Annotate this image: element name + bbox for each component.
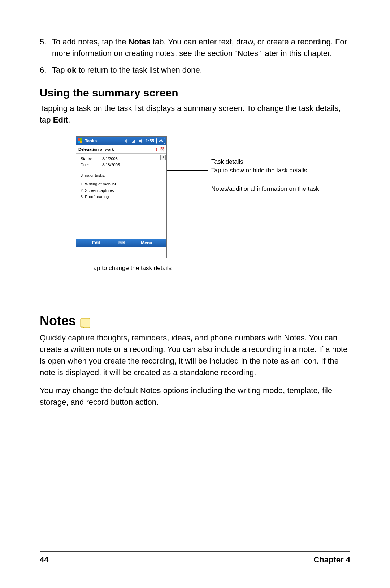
task-dates-panel: Starts: 8/1/2005 Due: 8/18/2005 <box>76 154 166 170</box>
bold-text: Notes <box>129 37 151 46</box>
callout-notes-info: Notes/additional information on the task <box>211 185 319 193</box>
svg-rect-2 <box>78 141 80 143</box>
text: To add notes, tap the <box>52 37 129 46</box>
app-title: Tasks <box>85 138 97 143</box>
phone-screenshot: Tasks 1:55 ok Delegation of work ! ⏰ <box>76 136 167 258</box>
starts-value: 8/1/2005 <box>102 156 118 162</box>
details-toggle-button[interactable]: ∧ <box>160 155 166 160</box>
step-6: 6. Tap ok to return to the task list whe… <box>40 64 350 76</box>
priority-bang-icon: ! <box>154 147 159 152</box>
footer-rule <box>40 551 350 552</box>
svg-rect-1 <box>80 138 82 141</box>
callout-line <box>94 257 94 264</box>
notes-line: 2. Screen captures <box>81 188 164 194</box>
phone-titlebar: Tasks 1:55 ok <box>76 137 166 145</box>
signal-icon <box>131 138 136 143</box>
callout-task-details: Task details <box>211 158 243 166</box>
notes-app-icon <box>79 317 91 329</box>
caption-edit: Tap to change the task details <box>90 265 172 272</box>
page-number: 44 <box>40 555 48 565</box>
bold-text: ok <box>67 65 77 74</box>
notes-line: 3. Proof reading <box>81 194 164 200</box>
text: to return to the task list when done. <box>76 65 202 74</box>
reminder-clock-icon: ⏰ <box>160 147 164 152</box>
callout-line <box>130 189 208 189</box>
step-number: 6. <box>40 64 52 76</box>
step-5: 5. To add notes, tap the Notes tab. You … <box>40 36 350 59</box>
chapter-label: Chapter 4 <box>314 555 350 565</box>
notes-heading: 3 major tasks: <box>81 172 164 179</box>
windows-flag-icon <box>78 138 83 143</box>
keyboard-icon[interactable]: ⌨ <box>116 240 127 245</box>
callout-line <box>167 170 208 171</box>
phone-figure: Tasks 1:55 ok Delegation of work ! ⏰ <box>76 136 350 288</box>
starts-label: Starts: <box>81 156 102 162</box>
callout-line <box>137 162 208 162</box>
notes-heading-text: Notes <box>40 313 76 329</box>
summary-intro: Tapping a task on the task list displays… <box>40 103 350 126</box>
speaker-icon <box>138 138 143 143</box>
text: Tapping a task on the task list displays… <box>40 104 341 124</box>
page: 5. To add notes, tap the Notes tab. You … <box>0 0 390 588</box>
heading-summary-screen: Using the summary screen <box>40 87 350 99</box>
notes-paragraph-1: Quickly capture thoughts, reminders, ide… <box>40 332 350 378</box>
due-label: Due: <box>81 162 102 168</box>
svg-rect-3 <box>80 141 82 143</box>
notes-line: 1. Writing of manual <box>81 181 164 188</box>
text: . <box>68 115 70 124</box>
callout-show-hide: Tap to show or hide the task details <box>211 167 307 174</box>
phone-softkey-bar: Edit ⌨ Menu <box>76 239 166 247</box>
priority-icons: ! ⏰ <box>154 147 164 152</box>
due-value: 8/18/2005 <box>102 162 120 168</box>
clock-time: 1:55 <box>146 138 154 143</box>
bluetooth-icon <box>124 138 129 143</box>
menu-button[interactable]: Menu <box>127 240 166 245</box>
svg-rect-0 <box>78 138 80 141</box>
bold-text: Edit <box>53 115 68 124</box>
page-footer: 44 Chapter 4 <box>40 555 350 565</box>
step-text: To add notes, tap the Notes tab. You can… <box>52 36 350 59</box>
text: Tap <box>52 65 67 74</box>
step-text: Tap ok to return to the task list when d… <box>52 64 350 76</box>
task-subject: Delegation of work <box>78 147 114 151</box>
ok-button[interactable]: ok <box>156 138 165 144</box>
task-notes-panel: 3 major tasks: 1. Writing of manual 2. S… <box>76 170 166 239</box>
notes-paragraph-2: You may change the default Notes options… <box>40 385 350 408</box>
step-list: 5. To add notes, tap the Notes tab. You … <box>40 36 350 76</box>
heading-notes: Notes <box>40 313 350 329</box>
task-subject-bar: Delegation of work ! ⏰ <box>76 145 166 154</box>
step-number: 5. <box>40 36 52 59</box>
edit-button[interactable]: Edit <box>76 240 116 245</box>
